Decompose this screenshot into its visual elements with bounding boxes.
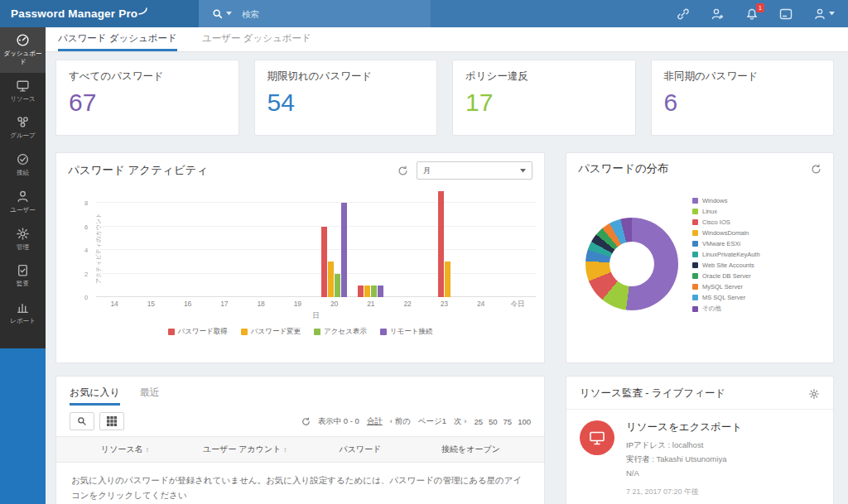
distribution-legend-item[interactable]: Windows xyxy=(692,197,760,204)
refresh-icon[interactable] xyxy=(398,166,408,176)
distribution-legend-item[interactable]: Web Site Accounts xyxy=(692,262,760,269)
distribution-legend-item[interactable]: WindowsDomain xyxy=(692,229,760,237)
pagination-next-button[interactable]: 次 › xyxy=(454,416,466,427)
legend-label: パスワード取得 xyxy=(178,327,228,337)
sort-icon[interactable]: ↕ xyxy=(146,446,149,454)
search-input[interactable] xyxy=(242,9,366,19)
legend-item[interactable]: パスワード取得 xyxy=(168,327,228,337)
gear-icon[interactable] xyxy=(808,388,820,400)
bar-パスワード取得[interactable] xyxy=(438,191,444,297)
stats-row: すべてのパスワード67期限切れのパスワード54ポリシー違反17非同期のパスワード… xyxy=(55,60,834,136)
sidebar-item-resources[interactable]: リソース xyxy=(0,73,46,110)
activity-bar-chart: アクティビティのカウント 02468 xyxy=(96,191,536,297)
stat-card[interactable]: 期限切れのパスワード54 xyxy=(254,60,438,136)
legend-item[interactable]: アクセス表示 xyxy=(314,327,367,337)
sidebar-item-reports[interactable]: レポート xyxy=(0,295,46,332)
legend-swatch xyxy=(692,241,698,247)
distribution-legend-item[interactable]: MS SQL Server xyxy=(692,294,760,301)
bar-group-24 xyxy=(463,191,499,297)
sidebar-item-label: ユーザー xyxy=(10,206,35,214)
sidebar-item-audit[interactable]: 監査 xyxy=(0,257,46,295)
legend-label: MS SQL Server xyxy=(702,294,745,301)
bar-group-18 xyxy=(243,191,279,297)
sidebar-footer-area xyxy=(0,348,46,504)
pagination-total-link[interactable]: 合計 xyxy=(367,416,383,427)
search-icon xyxy=(212,8,224,20)
favorites-tabbar: お気に入り最近 xyxy=(56,377,544,406)
access-requests-button[interactable] xyxy=(711,7,725,21)
column-header-2[interactable]: パスワード xyxy=(310,444,412,455)
bar-パスワード取得[interactable] xyxy=(358,286,364,297)
feed-item-title: リソースをエクスポート xyxy=(626,420,742,434)
legend-swatch xyxy=(692,295,698,300)
y-tick-label: 4 xyxy=(84,247,88,254)
pagination-prev-button[interactable]: ‹ 前の xyxy=(390,416,411,427)
bar-リモート接続[interactable] xyxy=(341,203,347,297)
notifications-button[interactable]: 1 xyxy=(745,7,759,21)
x-axis-title: 日 xyxy=(88,311,544,321)
sidebar-item-admin[interactable]: 管理 xyxy=(0,221,46,258)
page-size-option[interactable]: 100 xyxy=(518,417,531,426)
favorites-tab-1[interactable]: 最近 xyxy=(140,386,160,406)
period-dropdown[interactable]: 月 xyxy=(417,161,532,180)
profile-menu-button[interactable] xyxy=(813,7,835,21)
x-tick-label: 22 xyxy=(389,300,426,310)
activity-panel-title: パスワード アクティビティ xyxy=(68,163,208,178)
tab-dashboard-1[interactable]: ユーザー ダッシュボード xyxy=(202,32,311,51)
bar-パスワード変更[interactable] xyxy=(328,262,334,297)
column-header-3[interactable]: 接続をオープン xyxy=(411,444,531,455)
page-size-option[interactable]: 50 xyxy=(489,417,498,426)
bar-パスワード変更[interactable] xyxy=(364,286,370,297)
grid-icon xyxy=(107,416,117,426)
stat-card[interactable]: ポリシー違反17 xyxy=(452,60,636,136)
page-size-option[interactable]: 75 xyxy=(504,417,513,426)
stat-card[interactable]: すべてのパスワード67 xyxy=(55,60,239,136)
refresh-icon[interactable] xyxy=(811,164,822,175)
sidebar-item-dashboard[interactable]: ダッシュボード xyxy=(0,27,46,73)
table-pagination: 表示中 0 - 0 合計 ‹ 前の ページ1 次 › 255075100 xyxy=(301,416,531,427)
column-header-0[interactable]: リソース名↕ xyxy=(70,444,181,455)
x-tick-label: 23 xyxy=(426,300,462,310)
column-header-1[interactable]: ユーザー アカウント↕ xyxy=(181,444,310,455)
tab-dashboard-0[interactable]: パスワード ダッシュボード xyxy=(58,32,177,51)
bar-アクセス表示[interactable] xyxy=(335,274,340,297)
bar-パスワード取得[interactable] xyxy=(321,227,327,297)
distribution-legend-item[interactable]: MySQL Server xyxy=(692,283,760,290)
sidebar-item-connections[interactable]: 接続 xyxy=(0,146,46,184)
console-button[interactable] xyxy=(779,8,793,20)
x-tick-label: 15 xyxy=(132,300,169,310)
legend-item[interactable]: リモート接続 xyxy=(380,327,433,337)
password-link-button[interactable] xyxy=(677,7,690,21)
pagination-page-sizes: 255075100 xyxy=(474,417,531,426)
sort-icon[interactable]: ↕ xyxy=(283,446,287,454)
legend-swatch xyxy=(692,273,698,279)
page-size-option[interactable]: 25 xyxy=(474,417,483,426)
stat-card[interactable]: 非同期のパスワード6 xyxy=(651,60,835,136)
user-icon xyxy=(813,7,826,21)
column-settings-button[interactable] xyxy=(99,412,124,430)
audit-feed-item[interactable]: リソースをエクスポート IPアドレス : localhost 実行者 : Tak… xyxy=(566,410,833,497)
bar-アクセス表示[interactable] xyxy=(371,286,377,297)
sidebar-item-groups[interactable]: グループ xyxy=(0,109,46,146)
distribution-legend-item[interactable]: その他 xyxy=(692,305,760,313)
app-logo[interactable]: Password Manager Pro xyxy=(0,0,199,27)
search-scope-selector[interactable] xyxy=(212,8,232,20)
distribution-donut-chart[interactable] xyxy=(585,218,678,310)
sidebar-item-label: グループ xyxy=(10,132,36,139)
legend-item[interactable]: パスワード変更 xyxy=(241,327,301,337)
distribution-legend-item[interactable]: LinuxPrivateKeyAuth xyxy=(692,251,760,258)
favorites-table-header: リソース名↕ユーザー アカウント↕パスワード接続をオープン xyxy=(56,436,544,463)
distribution-legend-item[interactable]: Linux xyxy=(692,208,760,215)
table-search-button[interactable] xyxy=(70,412,94,430)
audit-feed-content: リソースをエクスポート IPアドレス : localhost 実行者 : Tak… xyxy=(626,420,742,497)
y-tick-label: 2 xyxy=(84,270,88,277)
distribution-legend-item[interactable]: Cisco IOS xyxy=(692,218,760,226)
refresh-icon[interactable] xyxy=(301,417,311,426)
bar-リモート接続[interactable] xyxy=(378,286,383,297)
sidebar-item-users[interactable]: ユーザー xyxy=(0,184,46,221)
favorites-tab-0[interactable]: お気に入り xyxy=(70,386,120,406)
chevron-down-icon xyxy=(520,169,526,173)
distribution-legend-item[interactable]: Oracle DB Server xyxy=(692,272,760,280)
distribution-legend-item[interactable]: VMware ESXi xyxy=(692,240,760,247)
bar-パスワード変更[interactable] xyxy=(445,262,450,297)
